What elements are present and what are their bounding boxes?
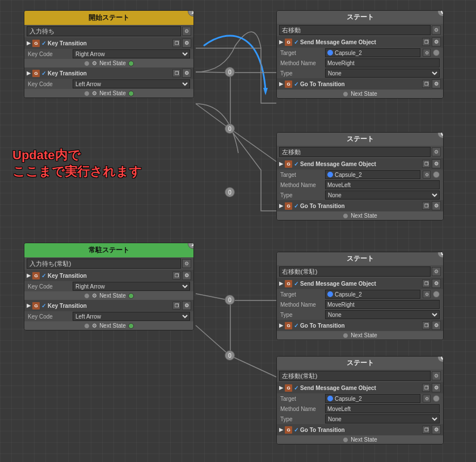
s4-goto-copy[interactable]: ❐ — [422, 426, 430, 434]
kt2-copy[interactable]: ❐ — [172, 69, 180, 77]
pkt2-copy[interactable]: ❐ — [172, 302, 180, 310]
s3-goto-copy[interactable]: ❐ — [422, 321, 430, 329]
s2-target-dot — [433, 171, 440, 178]
badge-0-perm-bot: 0 — [225, 350, 235, 361]
s3-method-value: MoveRight — [325, 300, 440, 309]
start-input[interactable] — [27, 26, 181, 36]
s2-target-label: Target — [280, 172, 323, 178]
kt2-keycode-label: Key Code — [28, 81, 70, 87]
s4-target-gear[interactable]: ⚙ — [423, 395, 431, 402]
s4-nextstate: Next State — [277, 435, 443, 444]
s4-g-icon: G — [285, 384, 292, 392]
s4-copy[interactable]: ❐ — [422, 384, 430, 392]
s4-target-value: Capsule_2 — [325, 394, 420, 403]
s3-goto-header: ▶ G ✓ Go To Transition ❐ ⚙ — [277, 320, 443, 331]
kt2-keycode-row: Key Code Left Arrow — [24, 79, 193, 89]
s2-copy[interactable]: ❐ — [422, 160, 430, 168]
state3-badge: 0 — [437, 252, 444, 258]
state2-input[interactable] — [279, 147, 431, 157]
kt2-nextstate: ⚙ Next State — [24, 89, 193, 98]
s4-type-row: Type None — [277, 414, 443, 424]
pkt1-keycode-row: Key Code Right Arrow — [24, 281, 193, 291]
permanent-state-node: 常駐ステート 1 ⚙ ▶ G ✓ Key Transition ❐ ⚙ Key … — [24, 243, 194, 330]
pkt1-gear[interactable]: ⚙ — [182, 271, 191, 280]
start-input-row: ⚙ — [24, 25, 193, 37]
badge-0-mid: 0 — [225, 124, 235, 134]
s3-target-gear[interactable]: ⚙ — [423, 290, 431, 298]
pkt2-g-icon: G — [32, 302, 40, 310]
s1-gear2[interactable]: ⚙ — [432, 37, 441, 46]
annotation-text: Update内で ここまで実行されます — [12, 147, 142, 180]
pkt1-dot-left — [84, 293, 90, 299]
s1-goto-copy[interactable]: ❐ — [422, 80, 430, 88]
s4-target-label: Target — [280, 396, 323, 402]
s2-type-label: Type — [280, 192, 323, 198]
pkt2-nextstate: ⚙ Next State — [24, 321, 193, 330]
pkt2-label: Key Transition — [48, 303, 87, 309]
pkt2-keycode-row: Key Code Left Arrow — [24, 311, 193, 321]
s3-goto-gear[interactable]: ⚙ — [432, 321, 441, 330]
s2-capsule-icon — [327, 172, 333, 177]
state3-input[interactable] — [279, 266, 431, 277]
s2-gear2[interactable]: ⚙ — [432, 159, 441, 168]
kt1-copy[interactable]: ❐ — [172, 39, 180, 47]
state4-gear[interactable]: ⚙ — [432, 371, 441, 380]
s2-method-row: Method Name MoveLeft — [277, 180, 443, 190]
state2-gear[interactable]: ⚙ — [432, 147, 441, 156]
s1-type-select[interactable]: None — [325, 69, 440, 78]
kt1-keycode-select[interactable]: Right Arrow — [73, 49, 190, 58]
state4-badge: 0 — [437, 356, 444, 362]
state1-input[interactable] — [279, 25, 431, 35]
s3-copy[interactable]: ❐ — [422, 279, 430, 287]
s1-target-dot — [433, 49, 440, 56]
s3-gear2[interactable]: ⚙ — [432, 279, 441, 288]
kt1-check: ✓ — [41, 40, 46, 46]
pkt1-copy[interactable]: ❐ — [172, 272, 180, 279]
perm-gear[interactable]: ⚙ — [182, 259, 191, 268]
state3-input-row: ⚙ — [277, 265, 443, 278]
state2-node: ステート 0 ⚙ ▶ G ✓ Send Message Game Object … — [276, 132, 444, 221]
s2-send-header: ▶ G ✓ Send Message Game Object ❐ ⚙ — [277, 158, 443, 169]
s3-check: ✓ — [294, 281, 298, 287]
s2-type-select[interactable]: None — [325, 190, 440, 200]
pkt1-keycode-label: Key Code — [28, 283, 70, 290]
pkt2-gear[interactable]: ⚙ — [182, 301, 191, 310]
s1-goto-gear[interactable]: ⚙ — [432, 79, 441, 88]
s3-type-row: Type None — [277, 310, 443, 320]
start-badge: 1 — [188, 10, 194, 16]
kt1-gear[interactable]: ⚙ — [182, 39, 191, 48]
s4-type-select[interactable]: None — [325, 414, 440, 423]
perm-input[interactable] — [27, 258, 181, 269]
s1-target-gear[interactable]: ⚙ — [423, 49, 431, 57]
s4-send-header: ▶ G ✓ Send Message Game Object ❐ ⚙ — [277, 382, 443, 393]
s3-goto-label: Go To Transition — [300, 323, 345, 329]
pkt2-header: ▶ G ✓ Key Transition ❐ ⚙ — [24, 300, 193, 311]
kt2-keycode-select[interactable]: Left Arrow — [73, 79, 190, 88]
s1-copy[interactable]: ❐ — [422, 38, 430, 46]
s1-goto-header: ▶ G ✓ Go To Transition ❐ ⚙ — [277, 78, 443, 90]
s4-send-label: Send Message Game Object — [300, 385, 376, 391]
s3-type-select[interactable]: None — [325, 310, 440, 319]
state1-gear[interactable]: ⚙ — [432, 26, 441, 35]
s2-goto-gear[interactable]: ⚙ — [432, 201, 441, 210]
s3-g-icon: G — [285, 280, 292, 287]
s4-gear2[interactable]: ⚙ — [432, 383, 441, 392]
kt2-label: Key Transition — [48, 70, 87, 77]
s4-goto-gear[interactable]: ⚙ — [432, 425, 441, 434]
s3-send-header: ▶ G ✓ Send Message Game Object ❐ ⚙ — [277, 278, 443, 289]
s3-next-dot-left — [343, 333, 348, 338]
s2-goto-copy[interactable]: ❐ — [422, 202, 430, 210]
state4-input[interactable] — [279, 371, 431, 381]
state2-input-row: ⚙ — [277, 146, 443, 158]
state3-gear[interactable]: ⚙ — [432, 267, 441, 276]
pkt2-keycode-select[interactable]: Left Arrow — [73, 312, 190, 321]
s4-check: ✓ — [294, 385, 298, 391]
pkt1-keycode-select[interactable]: Right Arrow — [73, 282, 190, 291]
state1-badge: 0 — [437, 10, 444, 16]
s2-target-gear[interactable]: ⚙ — [423, 171, 431, 179]
svg-marker-0 — [263, 88, 268, 95]
s2-send-label: Send Message Game Object — [300, 161, 376, 167]
kt2-gear[interactable]: ⚙ — [182, 69, 191, 78]
start-gear[interactable]: ⚙ — [182, 27, 191, 36]
state4-header: ステート 0 — [277, 357, 443, 370]
